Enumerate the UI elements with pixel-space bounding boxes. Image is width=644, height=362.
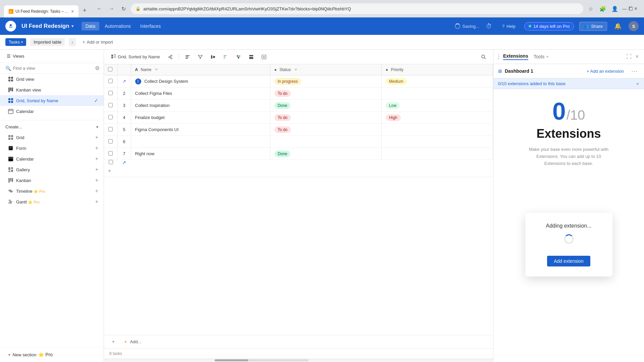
create-grid-btn[interactable]: Grid + <box>0 132 104 143</box>
create-section[interactable]: Create... ▾ <box>0 122 104 132</box>
row-checkbox-1[interactable] <box>104 75 117 87</box>
extensions-tab[interactable]: Extensions <box>503 53 528 60</box>
sort-btn[interactable] <box>220 53 231 61</box>
col-header-status[interactable]: ● Status <box>270 64 381 75</box>
new-row-priority[interactable] <box>381 160 493 166</box>
col-header-checkbox[interactable] <box>104 64 117 75</box>
create-gallery-plus[interactable]: + <box>95 167 98 173</box>
imported-table-arrow[interactable]: › <box>69 38 76 46</box>
row-1-checkbox[interactable] <box>108 79 113 83</box>
col-header-priority[interactable]: ● Priority <box>381 64 493 75</box>
create-form-btn[interactable]: Form + <box>0 143 104 154</box>
row-7-checkbox[interactable] <box>108 151 113 156</box>
select-all-checkbox[interactable] <box>108 67 112 71</box>
panel-close-btn[interactable]: × <box>635 53 639 60</box>
notification-bell-btn[interactable]: 🔔 <box>612 21 623 32</box>
bookmark-btn[interactable]: ☆ <box>586 4 595 13</box>
create-kanban-btn[interactable]: Kanban + <box>0 175 104 186</box>
row-checkbox-6[interactable] <box>104 136 117 148</box>
create-kanban-plus[interactable]: + <box>95 177 98 183</box>
row-1-name[interactable]: 1 Collect Design System <box>131 75 270 87</box>
row-3-priority[interactable]: Low <box>381 100 493 112</box>
pro-badge[interactable]: 14 days left on Pro <box>524 22 574 31</box>
minimize-btn[interactable]: — <box>622 6 627 11</box>
row-5-checkbox[interactable] <box>108 127 113 131</box>
create-timeline-plus[interactable]: + <box>95 188 98 194</box>
row-3-status[interactable]: Done <box>270 100 381 112</box>
row-2-status[interactable]: To do <box>270 87 381 100</box>
filter-btn[interactable] <box>195 53 206 61</box>
add-import-btn[interactable]: + Add or import <box>80 38 116 46</box>
row-7-priority[interactable] <box>381 148 493 160</box>
row-5-name[interactable]: Figma Components UI <box>131 124 270 136</box>
create-timeline-btn[interactable]: Timeline ⭐ Pro + <box>0 186 104 196</box>
add-more-btn[interactable]: 🔸 Add... <box>120 338 144 346</box>
address-bar[interactable]: 🔒 airtable.com/appnB2PYqtdgiMrZG/tbliXpR… <box>131 3 583 14</box>
create-gantt-plus[interactable]: + <box>95 199 98 205</box>
row-2-priority[interactable] <box>381 87 493 100</box>
group-btn[interactable] <box>207 53 219 61</box>
new-tab-btn[interactable]: + <box>80 6 89 15</box>
share-view-btn-2[interactable] <box>258 53 270 61</box>
row-4-name[interactable]: Finalize budget <box>131 112 270 124</box>
sidebar-item-calendar[interactable]: Calendar <box>0 106 104 117</box>
row-1-expand-icon[interactable]: ↗ <box>122 79 126 84</box>
new-section-btn[interactable]: + New section ⭐ Pro <box>5 350 98 359</box>
nav-automations-btn[interactable]: Automations <box>101 22 135 31</box>
row-checkbox-7[interactable] <box>104 148 117 160</box>
dashboard-more-btn[interactable]: ⋯ <box>629 67 639 75</box>
create-calendar-btn[interactable]: Calendar + <box>0 154 104 164</box>
drag-handle[interactable] <box>498 54 499 59</box>
row-6-priority[interactable] <box>381 136 493 148</box>
row-2-checkbox[interactable] <box>108 91 113 95</box>
row-7-status[interactable]: Done <box>270 148 381 160</box>
row-5-status[interactable]: To do <box>270 124 381 136</box>
new-row-expand-icon[interactable]: ↗ <box>122 160 126 165</box>
new-row-status[interactable] <box>270 160 381 166</box>
forward-btn[interactable]: → <box>107 4 116 13</box>
help-btn[interactable]: ? Help <box>499 22 519 31</box>
active-tab[interactable]: A UI Feed Redesign: Tasks – Airtabl... × <box>4 5 78 17</box>
scroll-bar-thumb[interactable] <box>215 359 248 361</box>
panel-expand-btn[interactable]: ⛶ <box>626 53 632 60</box>
back-btn[interactable]: ← <box>95 4 104 13</box>
col-header-name[interactable]: A Name <box>131 64 270 75</box>
reload-btn[interactable]: ↻ <box>119 4 128 13</box>
row-5-priority[interactable] <box>381 124 493 136</box>
nav-data-btn[interactable]: Data <box>82 22 100 31</box>
create-gantt-btn[interactable]: Gantt ⭐ Pro + <box>0 196 104 207</box>
profile-btn[interactable]: 👤 <box>610 4 620 13</box>
row-checkbox-5[interactable] <box>104 124 117 136</box>
row-checkbox-2[interactable] <box>104 87 117 100</box>
tasks-tab[interactable]: Tasks ▾ <box>5 38 26 46</box>
row-6-checkbox[interactable] <box>108 139 113 143</box>
create-grid-plus[interactable]: + <box>95 134 98 140</box>
add-record-btn[interactable]: + <box>109 338 117 346</box>
add-extension-btn[interactable]: + Add an extension <box>584 67 627 75</box>
close-window-btn[interactable]: × <box>634 6 637 12</box>
hide-fields-btn[interactable] <box>182 53 193 61</box>
find-view-input[interactable] <box>13 66 93 71</box>
new-row-checkbox-input[interactable] <box>109 160 113 164</box>
sidebar-item-kanban-view[interactable]: Kanban view <box>0 84 104 95</box>
avatar[interactable]: S <box>629 21 639 31</box>
sidebar-item-grid-sorted[interactable]: Grid, Sorted by Name ✓ <box>0 95 104 106</box>
row-3-checkbox[interactable] <box>108 103 113 107</box>
share-btn[interactable]: 👥 Share <box>579 22 607 31</box>
share-view-btn[interactable] <box>165 53 176 61</box>
tools-tab-btn[interactable]: Tools <box>534 53 549 60</box>
nav-interfaces-btn[interactable]: Interfaces <box>136 22 165 31</box>
sidebar-item-grid-view[interactable]: Grid view <box>0 74 104 84</box>
new-row-checkbox[interactable] <box>104 160 117 166</box>
row-6-status[interactable] <box>270 136 381 148</box>
create-gallery-btn[interactable]: Gallery + <box>0 164 104 175</box>
views-toolbar-btn[interactable]: Grid, Sorted by Name <box>108 53 163 61</box>
extensions-count-bar[interactable]: 0/10 extensions added to this base <box>493 78 644 89</box>
views-btn[interactable]: ☰ Views <box>4 52 27 60</box>
history-btn[interactable]: ⏱ <box>485 21 493 31</box>
row-checkbox-4[interactable] <box>104 112 117 124</box>
scroll-bar-track[interactable] <box>215 359 309 361</box>
maximize-btn[interactable]: ⧠ <box>628 6 633 11</box>
create-form-plus[interactable]: + <box>95 145 98 151</box>
add-extension-submit-btn[interactable]: Add extension <box>547 256 590 266</box>
